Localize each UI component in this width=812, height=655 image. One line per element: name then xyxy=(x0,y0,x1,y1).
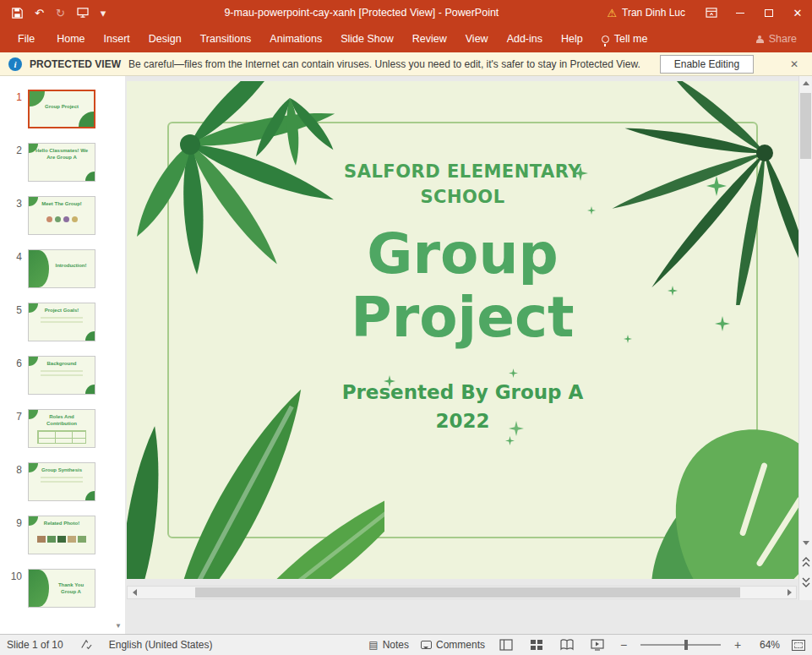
tab-animations[interactable]: Animations xyxy=(260,25,331,52)
school-name: SALFORD ELEMENTARY SCHOOL xyxy=(328,159,598,210)
comments-label: Comments xyxy=(436,639,485,651)
tell-me-box[interactable]: Tell me xyxy=(592,33,657,45)
thumbnail-slide-5[interactable]: 5 Project Goals! xyxy=(8,303,125,341)
thumbnail-number: 5 xyxy=(8,304,22,316)
tab-view[interactable]: View xyxy=(456,25,498,52)
leaf-decoration xyxy=(79,112,94,127)
thumbnail-slide-7[interactable]: 7 Roles And Contribution xyxy=(8,409,125,448)
tab-insert[interactable]: Insert xyxy=(95,25,139,52)
tab-review[interactable]: Review xyxy=(403,25,456,52)
thumbnail-slide-3[interactable]: 3 Meet The Group! xyxy=(8,196,125,235)
thumbnail-preview: Project Goals! xyxy=(28,303,95,341)
spell-check-icon[interactable] xyxy=(80,639,92,651)
thumbnail-number: 9 xyxy=(8,517,22,529)
thumbnail-title: Thank You Group A xyxy=(47,582,95,596)
leaf-decoration xyxy=(85,491,95,500)
text-line xyxy=(41,481,83,483)
slide-show-view-button[interactable] xyxy=(588,637,607,652)
previous-slide-button[interactable] xyxy=(799,553,812,571)
thumbnail-slide-8[interactable]: 8 Group Synthesis xyxy=(8,462,125,501)
minimize-icon xyxy=(736,13,744,14)
ribbon-display-options-icon[interactable] xyxy=(697,0,726,25)
thumbnail-preview: Roles And Contribution xyxy=(28,409,95,448)
slide-1[interactable]: SALFORD ELEMENTARY SCHOOL Group Project … xyxy=(127,81,798,579)
close-button[interactable]: ✕ xyxy=(783,0,812,25)
tab-transitions[interactable]: Transitions xyxy=(191,25,261,52)
thumbnail-preview: Background xyxy=(28,356,95,395)
maximize-button[interactable] xyxy=(755,0,783,25)
next-slide-button[interactable] xyxy=(799,573,812,592)
comments-button[interactable]: Comments xyxy=(421,639,485,651)
maximize-icon xyxy=(765,9,773,17)
presented-by: Presented By Group A xyxy=(127,381,798,403)
notes-button[interactable]: ▤ Notes xyxy=(368,639,409,651)
slide-text-block: SALFORD ELEMENTARY SCHOOL Group Project … xyxy=(127,159,798,432)
scroll-down-icon[interactable] xyxy=(799,536,812,549)
zoom-slider-thumb[interactable] xyxy=(684,640,688,650)
minimize-button[interactable] xyxy=(726,0,755,25)
thumbnail-title: Roles And Contribution xyxy=(29,414,95,428)
text-line xyxy=(41,374,83,376)
thumbnail-title: Group Synthesis xyxy=(29,467,95,474)
thumbnail-slide-2[interactable]: 2 Hello Classmates! We Are Group A xyxy=(8,143,125,182)
zoom-out-button[interactable]: − xyxy=(619,638,629,652)
share-button[interactable]: Share xyxy=(756,33,812,45)
slide-indicator[interactable]: Slide 1 of 10 xyxy=(7,639,63,651)
main-area: 1 Group Project 2 Hello Classmates! We A… xyxy=(0,76,812,634)
member-photos xyxy=(29,210,95,226)
fit-slide-to-window-button[interactable] xyxy=(792,640,805,651)
powerpoint-window: ↶ ↻ ▾ 9-mau-powerpoint-cay-xanh [Protect… xyxy=(0,0,812,655)
tab-home[interactable]: Home xyxy=(47,25,94,52)
thumbnail-slide-4[interactable]: 4 Introduction! xyxy=(8,249,125,288)
comments-icon xyxy=(421,641,432,649)
thumbnail-slide-10[interactable]: 10 Thank You Group A xyxy=(8,569,125,608)
redo-icon[interactable]: ↻ xyxy=(56,8,65,19)
protected-bar-close-icon[interactable]: ✕ xyxy=(785,58,804,70)
zoom-in-button[interactable]: + xyxy=(733,638,743,652)
leaf-photo xyxy=(29,250,49,287)
thumbnail-slide-6[interactable]: 6 Background xyxy=(8,356,125,395)
tab-slide-show[interactable]: Slide Show xyxy=(331,25,403,52)
enable-editing-button[interactable]: Enable Editing xyxy=(660,55,754,74)
mini-table xyxy=(37,430,86,444)
thumbnail-scroll-down-icon[interactable]: ▼ xyxy=(113,620,123,630)
thumbnail-title: Meet The Group! xyxy=(29,201,95,208)
thumbnail-number: 8 xyxy=(8,464,22,476)
text-line xyxy=(41,321,83,323)
tab-add-ins[interactable]: Add-ins xyxy=(498,25,552,52)
thumbnail-number: 7 xyxy=(8,411,22,423)
save-icon[interactable] xyxy=(12,8,23,19)
thumbnail-slide-1[interactable]: 1 Group Project xyxy=(8,90,125,128)
vertical-scrollbar[interactable] xyxy=(798,76,812,600)
protected-view-message: Be careful—files from the Internet can c… xyxy=(128,58,640,70)
thumbnail-number: 2 xyxy=(8,145,22,156)
start-slideshow-icon[interactable] xyxy=(77,8,89,18)
normal-view-button[interactable] xyxy=(497,637,515,652)
slide-sorter-view-button[interactable] xyxy=(527,637,546,652)
thumbnail-number: 4 xyxy=(8,251,22,263)
tab-help[interactable]: Help xyxy=(552,25,592,52)
text-line xyxy=(41,477,83,478)
tab-design[interactable]: Design xyxy=(139,25,191,52)
slide-title: Group Project xyxy=(302,222,624,349)
scroll-right-icon[interactable] xyxy=(782,587,796,598)
thumbnail-title: Introduction! xyxy=(47,263,95,270)
horizontal-scrollbar-thumb[interactable] xyxy=(195,587,740,598)
scroll-left-icon[interactable] xyxy=(128,587,141,598)
zoom-level[interactable]: 64% xyxy=(755,639,780,651)
vertical-scrollbar-thumb[interactable] xyxy=(800,93,811,159)
thumbnail-title: Related Photo! xyxy=(29,521,95,527)
thumbnail-slide-9[interactable]: 9 Related Photo! xyxy=(8,516,125,554)
qat-customize-icon[interactable]: ▾ xyxy=(101,8,106,19)
titlebar: ↶ ↻ ▾ 9-mau-powerpoint-cay-xanh [Protect… xyxy=(0,0,812,25)
language-indicator[interactable]: English (United States) xyxy=(109,639,213,651)
info-icon: i xyxy=(8,57,22,71)
user-name[interactable]: Tran Dinh Luc xyxy=(622,7,685,19)
tab-file[interactable]: File xyxy=(5,25,47,52)
share-person-icon xyxy=(756,35,764,43)
zoom-slider[interactable] xyxy=(640,644,721,646)
horizontal-scrollbar[interactable] xyxy=(127,586,797,599)
scroll-up-icon[interactable] xyxy=(799,76,812,90)
reading-view-button[interactable] xyxy=(558,637,576,652)
undo-icon[interactable]: ↶ xyxy=(35,8,44,19)
